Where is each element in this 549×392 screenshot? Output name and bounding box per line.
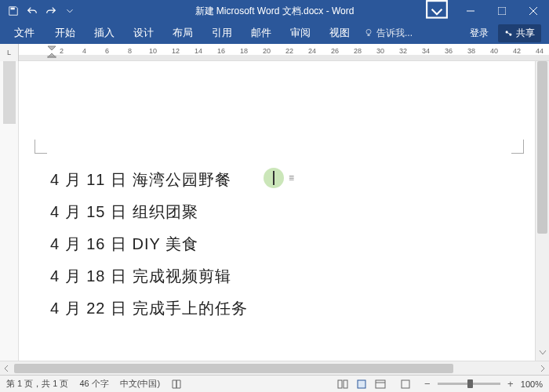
tab-selector[interactable]: L <box>0 44 19 61</box>
horizontal-scrollbar[interactable] <box>0 361 549 375</box>
svg-point-3 <box>366 30 371 34</box>
svg-rect-11 <box>402 380 409 388</box>
status-language[interactable]: 中文(中国) <box>120 378 160 390</box>
maximize-button[interactable] <box>486 0 518 22</box>
zoom-out-button[interactable]: − <box>422 378 433 390</box>
tab-mailings[interactable]: 邮件 <box>242 23 281 43</box>
tell-me-search[interactable]: 告诉我... <box>364 27 413 40</box>
tab-insert[interactable]: 插入 <box>85 23 124 43</box>
tab-references[interactable]: 引用 <box>202 23 242 43</box>
status-wordcount[interactable]: 46 个字 <box>79 378 108 390</box>
document-viewport[interactable]: 4 月 11 日 海湾公园野餐 4 月 15 日 组织团聚 4 月 16 日 D… <box>19 61 535 361</box>
scrollbar-thumb[interactable] <box>14 364 453 373</box>
tab-layout[interactable]: 布局 <box>163 23 202 43</box>
margin-mark-icon <box>511 140 524 154</box>
svg-rect-8 <box>344 380 347 388</box>
share-button[interactable]: 共享 <box>498 24 541 42</box>
print-layout-button[interactable] <box>353 377 370 391</box>
vertical-scrollbar[interactable] <box>535 61 549 361</box>
undo-icon[interactable] <box>24 2 41 20</box>
web-layout-button[interactable] <box>372 377 389 391</box>
close-button[interactable] <box>518 0 549 22</box>
scroll-right-icon[interactable] <box>536 362 549 375</box>
svg-rect-0 <box>11 8 15 10</box>
svg-rect-7 <box>338 380 342 388</box>
tab-home[interactable]: 开始 <box>45 23 85 43</box>
window-title: 新建 Microsoft Word 文档.docx - Word <box>195 5 354 18</box>
status-page[interactable]: 第 1 页，共 1 页 <box>6 378 68 390</box>
tab-view[interactable]: 视图 <box>320 23 359 43</box>
document-line[interactable]: 4 月 22 日 完成手上的任务 <box>50 298 488 319</box>
qat-dropdown-icon[interactable] <box>61 2 78 20</box>
save-icon[interactable] <box>5 2 22 20</box>
zoom-slider-thumb[interactable] <box>467 379 473 388</box>
zoom-in-button[interactable]: + <box>505 378 516 390</box>
tab-file[interactable]: 文件 <box>3 23 45 43</box>
document-line[interactable]: 4 月 16 日 DIY 美食 <box>50 234 488 255</box>
svg-rect-10 <box>376 380 385 388</box>
minimize-button[interactable] <box>455 0 486 22</box>
tab-review[interactable]: 审阅 <box>281 23 320 43</box>
zoom-other-icon[interactable] <box>400 379 411 390</box>
svg-rect-9 <box>358 380 365 388</box>
ribbon-tabs: 文件 开始 插入 设计 布局 引用 邮件 审阅 视图 告诉我... 登录 共享 <box>0 22 549 44</box>
book-icon[interactable] <box>171 379 182 390</box>
ribbon-options-icon[interactable] <box>425 2 449 20</box>
tab-design[interactable]: 设计 <box>124 23 163 43</box>
signin-link[interactable]: 登录 <box>464 27 495 40</box>
lightbulb-icon <box>364 28 373 38</box>
paragraph-mark-icon: ≡ <box>289 172 294 183</box>
svg-rect-2 <box>498 7 506 15</box>
cursor-highlight-icon <box>264 168 284 188</box>
vertical-ruler[interactable] <box>0 61 19 361</box>
scroll-down-icon[interactable] <box>536 347 549 359</box>
scroll-left-icon[interactable] <box>0 362 13 375</box>
horizontal-ruler[interactable]: 2 4 6 8 10 12 14 16 18 20 22 24 26 28 30… <box>19 44 549 60</box>
redo-icon[interactable] <box>42 2 60 20</box>
read-mode-button[interactable] <box>334 377 351 391</box>
zoom-slider[interactable] <box>438 383 500 385</box>
scrollbar-thumb[interactable] <box>537 61 547 234</box>
share-icon <box>504 29 513 38</box>
document-line[interactable]: 4 月 15 日 组织团聚 <box>50 201 488 223</box>
zoom-level[interactable]: 100% <box>521 379 543 389</box>
status-bar: 第 1 页，共 1 页 46 个字 中文(中国) − + 100% <box>0 375 549 392</box>
margin-mark-icon <box>35 140 47 154</box>
document-line[interactable]: 4 月 18 日 完成视频剪辑 <box>50 266 488 287</box>
